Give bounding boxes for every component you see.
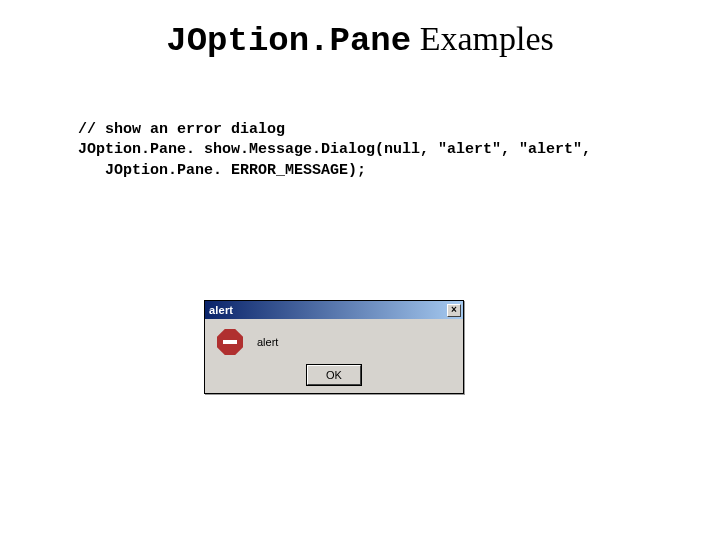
code-block: // show an error dialog JOption.Pane. sh… — [78, 120, 660, 181]
code-line-2: JOption.Pane. show.Message.Dialog(null, … — [78, 141, 591, 158]
dialog-message: alert — [257, 336, 278, 348]
dialog-title: alert — [209, 304, 233, 316]
slide-title: JOption.Pane Examples — [0, 20, 720, 60]
dialog-titlebar[interactable]: alert × — [205, 301, 463, 319]
error-dialog: alert × alert OK — [204, 300, 464, 394]
code-line-1: // show an error dialog — [78, 121, 285, 138]
code-line-3: JOption.Pane. ERROR_MESSAGE); — [78, 162, 366, 179]
title-code-part: JOption.Pane — [166, 22, 411, 60]
slide: JOption.Pane Examples // show an error d… — [0, 0, 720, 540]
close-button[interactable]: × — [447, 304, 461, 317]
dialog-body: alert — [205, 319, 463, 361]
ok-button-label: OK — [326, 369, 342, 381]
close-icon: × — [451, 305, 457, 315]
error-icon — [217, 329, 243, 355]
title-plain-part: Examples — [411, 20, 554, 57]
ok-button[interactable]: OK — [307, 365, 361, 385]
dialog-button-row: OK — [205, 361, 463, 393]
